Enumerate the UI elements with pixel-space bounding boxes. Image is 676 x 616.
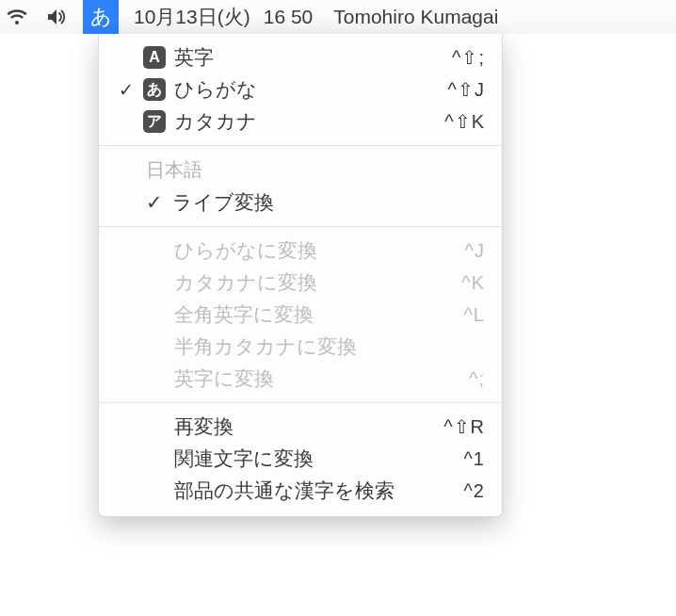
badge-hiragana-icon: あ [140, 78, 169, 101]
shortcut: ^J [465, 240, 485, 262]
convert-to-katakana: カタカナに変換 ^K [99, 267, 502, 299]
input-mode-hiragana[interactable]: ✓ あ ひらがな ^⇧J [99, 73, 502, 105]
convert-to-hiragana: ひらがなに変換 ^J [99, 235, 502, 267]
live-conversion-item[interactable]: ✓ ライブ変換 [99, 186, 502, 219]
volume-icon[interactable] [43, 0, 70, 34]
input-mode-label: ひらがな [169, 76, 448, 103]
menu-item-label: 半角カタカナに変換 [140, 333, 485, 360]
shortcut: ^⇧R [443, 415, 485, 438]
shortcut: ^1 [463, 448, 485, 470]
shortcut: ^; [469, 368, 485, 390]
convert-to-romaji: 英字に変換 ^; [99, 363, 502, 395]
menu-item-label: 全角英字に変換 [140, 301, 463, 328]
search-common-kanji[interactable]: 部品の共通な漢字を検索 ^2 [99, 475, 502, 507]
related-characters[interactable]: 関連文字に変換 ^1 [99, 443, 502, 475]
menu-item-label: 再変換 [140, 413, 443, 440]
menubar: あ 10月13日(火) 16 50 Tomohiro Kumagai [0, 0, 676, 34]
input-mode-label: 英字 [169, 44, 452, 71]
input-mode-label: カタカナ [169, 108, 444, 135]
check-icon: ✓ [140, 191, 169, 214]
shortcut: ^2 [463, 480, 485, 502]
live-conversion-label: ライブ変換 [169, 189, 485, 216]
menubar-time[interactable]: 16 50 [264, 6, 314, 28]
input-mode-romaji[interactable]: A 英字 ^⇧; [99, 41, 502, 73]
shortcut: ^⇧K [444, 110, 485, 133]
menu-item-label: 英字に変換 [140, 365, 469, 392]
menu-separator [99, 402, 502, 403]
menu-item-label: 関連文字に変換 [140, 446, 463, 472]
menu-item-label: ひらがなに変換 [140, 237, 465, 264]
wifi-icon[interactable] [4, 0, 30, 34]
shortcut: ^K [461, 272, 485, 294]
badge-romaji-icon: A [140, 46, 169, 69]
menubar-date[interactable]: 10月13日(火) [134, 4, 250, 30]
input-menu: A 英字 ^⇧; ✓ あ ひらがな ^⇧J ア カタカナ ^⇧K 日本語 ✓ ラ… [98, 34, 503, 517]
menu-item-label: カタカナに変換 [140, 269, 461, 296]
convert-to-halfwidth-katakana: 半角カタカナに変換 [99, 331, 502, 363]
reconvert[interactable]: 再変換 ^⇧R [99, 411, 502, 443]
section-japanese: 日本語 [99, 154, 502, 186]
ime-indicator[interactable]: あ [83, 0, 119, 34]
menu-separator [99, 226, 502, 227]
menu-item-label: 部品の共通な漢字を検索 [140, 478, 463, 504]
badge-katakana-icon: ア [140, 110, 169, 133]
input-mode-katakana[interactable]: ア カタカナ ^⇧K [99, 105, 502, 138]
shortcut: ^⇧J [448, 78, 485, 101]
convert-to-fullwidth: 全角英字に変換 ^L [99, 299, 502, 331]
check-icon: ✓ [112, 79, 140, 101]
menubar-user[interactable]: Tomohiro Kumagai [333, 6, 498, 28]
shortcut: ^⇧; [452, 46, 485, 69]
menu-separator [99, 145, 502, 146]
shortcut: ^L [463, 304, 485, 326]
